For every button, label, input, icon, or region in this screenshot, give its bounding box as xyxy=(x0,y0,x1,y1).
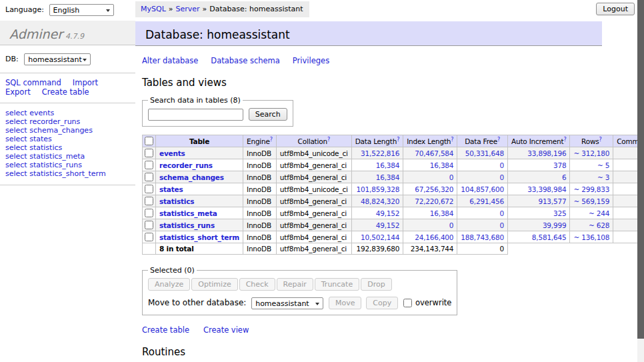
check-button[interactable]: Check xyxy=(239,278,275,291)
auto-increment-cell: 378 xyxy=(507,159,570,171)
tables-footer-links: Create tableCreate view xyxy=(142,325,602,335)
row-checkbox[interactable] xyxy=(145,221,153,229)
move-button[interactable]: Move xyxy=(329,297,362,309)
rows-cell: ~ 136,108 xyxy=(570,231,613,243)
sidebar-item-select-states[interactable]: select states xyxy=(5,135,130,143)
drop-button[interactable]: Drop xyxy=(361,278,391,291)
page-title: Database: homeassistant xyxy=(135,21,602,46)
table-name-cell: statistics_meta xyxy=(156,207,243,219)
truncate-button[interactable]: Truncate xyxy=(315,278,359,291)
help-link[interactable]: ? xyxy=(270,136,273,142)
table-row: eventsInnoDButf8mb4_unicode_ci31,522,816… xyxy=(143,147,644,159)
rows-cell: ~ 244 xyxy=(570,207,613,219)
scrollbar-thumb[interactable] xyxy=(637,0,644,339)
tables-overview-table: TableEngine?Collation?Data Length?Index … xyxy=(142,135,644,255)
help-link[interactable]: ? xyxy=(397,136,399,142)
row-checkbox[interactable] xyxy=(145,185,153,193)
overwrite-label: overwrite xyxy=(415,298,452,307)
sidebar: Language: English Adminer4.7.9 DB: homea… xyxy=(0,0,135,185)
sidebar-item-select-statistics[interactable]: select statistics xyxy=(5,143,130,152)
link-create-view[interactable]: Create view xyxy=(203,325,249,335)
total-engine-cell: InnoDB xyxy=(243,243,277,255)
table-link-recorder_runs[interactable]: recorder_runs xyxy=(159,161,213,169)
overwrite-checkbox[interactable] xyxy=(403,299,412,307)
sidebar-link-sql-command[interactable]: SQL command xyxy=(5,78,61,87)
total-empty-cell xyxy=(143,243,156,255)
table-link-events[interactable]: events xyxy=(159,149,185,157)
total-index-length-cell: 234,143,744 xyxy=(403,243,457,255)
table-link-schema_changes[interactable]: schema_changes xyxy=(159,173,224,181)
data-length-cell: 16,384 xyxy=(351,171,403,183)
link-database-schema[interactable]: Database schema xyxy=(211,56,279,65)
tables-and-views-heading: Tables and views xyxy=(142,77,602,89)
table-row: statisticsInnoDButf8mb4_general_ci48,824… xyxy=(143,195,644,207)
move-db-select[interactable]: homeassistant xyxy=(251,297,323,309)
table-body: eventsInnoDButf8mb4_unicode_ci31,522,816… xyxy=(143,147,644,255)
logout-button[interactable]: Logout xyxy=(596,3,635,15)
app-version: 4.7.9 xyxy=(65,32,84,41)
column-header-engine: Engine? xyxy=(243,135,277,147)
search-fieldset: Search data in tables (8) Search xyxy=(142,96,293,127)
total-name-cell: 8 in total xyxy=(156,243,243,255)
help-link[interactable]: ? xyxy=(563,136,566,142)
row-checkbox-cell xyxy=(143,207,156,219)
help-link[interactable]: ? xyxy=(599,136,602,142)
column-header-auto-increment: Auto Increment? xyxy=(507,135,570,147)
breadcrumb-link-mysql[interactable]: MySQL xyxy=(141,5,166,13)
help-link[interactable]: ? xyxy=(327,136,330,142)
help-link[interactable]: ? xyxy=(497,136,500,142)
sidebar-item-select-statistics_meta[interactable]: select statistics_meta xyxy=(5,152,130,161)
sidebar-action-row: SQL commandImport xyxy=(5,78,130,87)
sidebar-item-select-events[interactable]: select events xyxy=(5,109,130,117)
repair-button[interactable]: Repair xyxy=(277,278,313,291)
select-all-checkbox[interactable] xyxy=(145,137,153,145)
link-privileges[interactable]: Privileges xyxy=(293,56,329,65)
sidebar-link-import[interactable]: Import xyxy=(73,78,98,87)
search-input[interactable] xyxy=(148,109,243,121)
total-data-length-cell: 192,839,680 xyxy=(351,243,403,255)
sidebar-link-export[interactable]: Export xyxy=(5,87,31,97)
rows-cell: ~ 3 xyxy=(570,171,613,183)
language-select[interactable]: English xyxy=(49,4,114,16)
optimize-button[interactable]: Optimize xyxy=(191,278,237,291)
analyze-button[interactable]: Analyze xyxy=(148,278,190,291)
table-row: schema_changesInnoDButf8mb4_general_ci16… xyxy=(143,171,644,183)
search-legend: Search data in tables (8) xyxy=(148,96,243,105)
help-link[interactable]: ? xyxy=(451,136,453,142)
index-length-cell: 0 xyxy=(403,171,457,183)
row-checkbox[interactable] xyxy=(145,173,153,181)
db-select[interactable]: homeassistant xyxy=(24,53,91,65)
link-create-table[interactable]: Create table xyxy=(142,325,189,335)
move-row: Move to other database: homeassistant Mo… xyxy=(148,297,451,309)
table-link-statistics_runs[interactable]: statistics_runs xyxy=(159,221,215,229)
sidebar-item-select-schema_changes[interactable]: select schema_changes xyxy=(5,126,130,135)
sidebar-item-select-statistics_short_term[interactable]: select statistics_short_term xyxy=(5,169,130,178)
data-free-cell: 0 xyxy=(457,207,508,219)
page-scrollbar[interactable] xyxy=(637,0,644,362)
link-alter-database[interactable]: Alter database xyxy=(142,56,198,65)
row-checkbox[interactable] xyxy=(145,209,153,217)
table-row: recorder_runsInnoDButf8mb4_general_ci16,… xyxy=(143,159,644,171)
search-button[interactable]: Search xyxy=(249,108,287,121)
table-link-statistics[interactable]: statistics xyxy=(159,197,194,205)
help-marker: ? xyxy=(327,136,330,142)
row-checkbox-cell xyxy=(143,231,156,243)
copy-button[interactable]: Copy xyxy=(366,297,398,309)
row-checkbox[interactable] xyxy=(145,197,153,205)
table-link-states[interactable]: states xyxy=(159,185,183,193)
sidebar-link-create-table[interactable]: Create table xyxy=(42,87,89,97)
app-title[interactable]: Adminer xyxy=(9,27,63,41)
table-name-cell: states xyxy=(156,183,243,195)
table-link-statistics_meta[interactable]: statistics_meta xyxy=(159,209,217,217)
row-checkbox[interactable] xyxy=(145,161,153,169)
sidebar-item-select-statistics_runs[interactable]: select statistics_runs xyxy=(5,161,130,169)
breadcrumb-link-server[interactable]: Server xyxy=(176,5,200,13)
table-link-statistics_short_term[interactable]: statistics_short_term xyxy=(159,233,239,241)
sidebar-item-select-recorder_runs[interactable]: select recorder_runs xyxy=(5,117,130,126)
collation-cell: utf8mb4_general_ci xyxy=(276,171,351,183)
table-name-cell: statistics_short_term xyxy=(156,231,243,243)
sidebar-table-links: select eventsselect recorder_runsselect … xyxy=(0,103,135,185)
row-checkbox[interactable] xyxy=(145,233,153,241)
collation-cell: utf8mb4_general_ci xyxy=(276,159,351,171)
row-checkbox[interactable] xyxy=(145,149,153,157)
